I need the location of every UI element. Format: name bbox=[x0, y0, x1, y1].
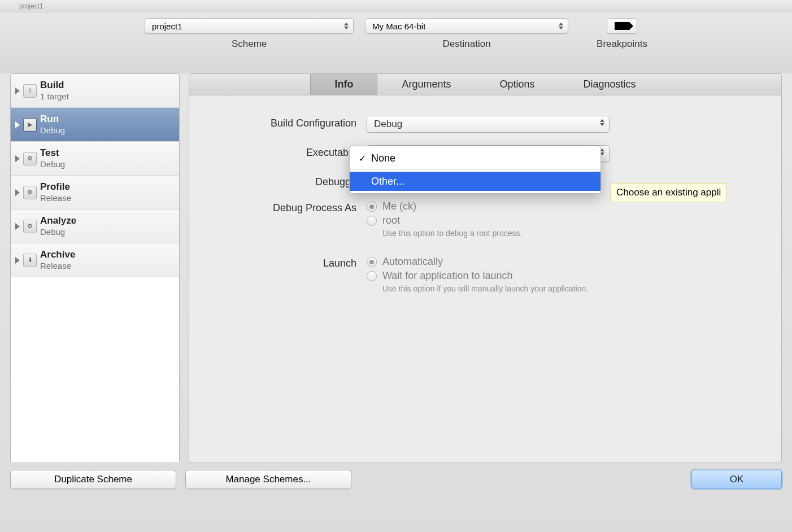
launch-auto-label: Automatically bbox=[382, 256, 443, 268]
disclosure-icon bbox=[15, 88, 20, 94]
launch-auto-radio[interactable]: Automatically bbox=[367, 256, 762, 268]
test-icon: ⚙ bbox=[23, 152, 37, 165]
profile-icon: ⚙ bbox=[23, 186, 37, 199]
build-config-select[interactable]: Debug bbox=[367, 116, 610, 133]
window-titlebar: project1 bbox=[0, 0, 792, 12]
disclosure-icon bbox=[15, 155, 20, 162]
debug-as-me-radio[interactable]: Me (ck) bbox=[367, 200, 762, 212]
window-title: project1 bbox=[19, 2, 43, 10]
stepper-icon bbox=[559, 21, 564, 31]
tab-arguments[interactable]: Arguments bbox=[377, 74, 475, 95]
radio-icon bbox=[367, 271, 377, 281]
analyze-icon: ⚙ bbox=[23, 220, 37, 233]
tab-options[interactable]: Options bbox=[475, 74, 559, 95]
manage-schemes-button[interactable]: Manage Schemes... bbox=[185, 470, 351, 489]
destination-popup[interactable]: My Mac 64-bit bbox=[365, 18, 568, 34]
check-icon: ✓ bbox=[359, 153, 371, 164]
sidebar-item-title: Analyze bbox=[40, 215, 76, 226]
executable-menu: ✓ None Other... bbox=[349, 146, 601, 194]
sidebar-item-sub: Debug bbox=[40, 159, 65, 169]
debug-as-root-label: root bbox=[382, 215, 400, 226]
info-form: Build Configuration Debug Executable bbox=[189, 95, 781, 332]
launch-wait-hint: Use this option if you will manually lau… bbox=[382, 284, 762, 293]
debug-as-label: Debug Process As bbox=[208, 200, 367, 214]
scheme-sidebar: T Build 1 target ▶ Run Debug ⚙ Test Debu… bbox=[10, 73, 180, 463]
disclosure-icon bbox=[15, 121, 20, 128]
launch-wait-radio[interactable]: Wait for application to launch bbox=[367, 270, 762, 282]
toolbar-region: project1 project1 Scheme My Mac 64-bit D… bbox=[0, 0, 792, 73]
debug-as-root-radio[interactable]: root bbox=[367, 215, 762, 226]
sidebar-item-sub: Release bbox=[40, 193, 71, 203]
tab-bar: Info Arguments Options Diagnostics bbox=[189, 74, 781, 95]
launch-label: Launch bbox=[208, 256, 367, 269]
run-icon: ▶ bbox=[23, 118, 37, 132]
stepper-icon bbox=[600, 119, 606, 129]
menu-item-other[interactable]: Other... bbox=[350, 172, 600, 191]
tooltip: Choose an existing appli bbox=[610, 183, 727, 202]
sidebar-item-analyze[interactable]: ⚙ Analyze Debug bbox=[11, 210, 179, 243]
sidebar-item-title: Build bbox=[40, 80, 69, 91]
scheme-value: project1 bbox=[152, 21, 182, 31]
sidebar-item-profile[interactable]: ⚙ Profile Release bbox=[11, 176, 179, 210]
sidebar-blank bbox=[11, 277, 179, 463]
tab-diagnostics[interactable]: Diagnostics bbox=[559, 74, 660, 95]
duplicate-scheme-button[interactable]: Duplicate Scheme bbox=[10, 470, 176, 489]
content-panel: Info Arguments Options Diagnostics Build… bbox=[189, 73, 782, 463]
destination-caption: Destination bbox=[443, 38, 491, 50]
disclosure-icon bbox=[15, 257, 20, 264]
disclosure-icon bbox=[15, 189, 20, 196]
tab-info[interactable]: Info bbox=[310, 74, 377, 95]
build-config-value: Debug bbox=[374, 119, 402, 130]
radio-icon bbox=[367, 257, 377, 267]
breakpoint-tag-icon bbox=[615, 22, 629, 30]
menu-item-none[interactable]: ✓ None bbox=[350, 149, 600, 168]
sidebar-item-build[interactable]: T Build 1 target bbox=[11, 74, 179, 108]
build-icon: T bbox=[23, 84, 37, 98]
sidebar-item-run[interactable]: ▶ Run Debug bbox=[11, 108, 179, 142]
breakpoints-caption: Breakpoints bbox=[597, 38, 647, 50]
bottom-button-row: Duplicate Scheme Manage Schemes... OK bbox=[0, 463, 792, 489]
sidebar-item-title: Archive bbox=[40, 249, 75, 260]
menu-item-label: None bbox=[371, 152, 395, 164]
archive-icon: ⬇ bbox=[23, 254, 37, 267]
sidebar-item-title: Profile bbox=[40, 181, 71, 193]
executable-label: Executable bbox=[208, 145, 367, 159]
sidebar-item-test[interactable]: ⚙ Test Debug bbox=[11, 142, 179, 176]
radio-icon bbox=[367, 202, 377, 212]
scheme-caption: Scheme bbox=[232, 38, 267, 50]
sidebar-item-sub: Debug bbox=[40, 227, 76, 237]
debugger-label: Debugge bbox=[208, 175, 367, 188]
breakpoints-button[interactable] bbox=[607, 18, 637, 34]
debug-as-me-label: Me (ck) bbox=[382, 200, 416, 212]
menu-item-label: Other... bbox=[371, 176, 404, 187]
sidebar-item-sub: Debug bbox=[40, 125, 65, 136]
disclosure-icon bbox=[15, 223, 20, 230]
scheme-popup[interactable]: project1 bbox=[145, 18, 354, 34]
menu-separator bbox=[350, 169, 600, 170]
sidebar-item-sub: Release bbox=[40, 261, 75, 271]
debug-as-root-hint: Use this option to debug a root process. bbox=[382, 229, 762, 238]
sidebar-item-title: Run bbox=[40, 114, 65, 125]
ok-button[interactable]: OK bbox=[691, 470, 782, 489]
sidebar-item-title: Test bbox=[40, 147, 65, 159]
build-config-label: Build Configuration bbox=[208, 116, 367, 129]
launch-wait-label: Wait for application to launch bbox=[382, 270, 512, 282]
radio-icon bbox=[367, 216, 377, 226]
sidebar-item-sub: 1 target bbox=[40, 91, 69, 102]
stepper-icon bbox=[344, 21, 350, 31]
sidebar-item-archive[interactable]: ⬇ Archive Release bbox=[11, 243, 179, 277]
destination-value: My Mac 64-bit bbox=[372, 21, 425, 31]
